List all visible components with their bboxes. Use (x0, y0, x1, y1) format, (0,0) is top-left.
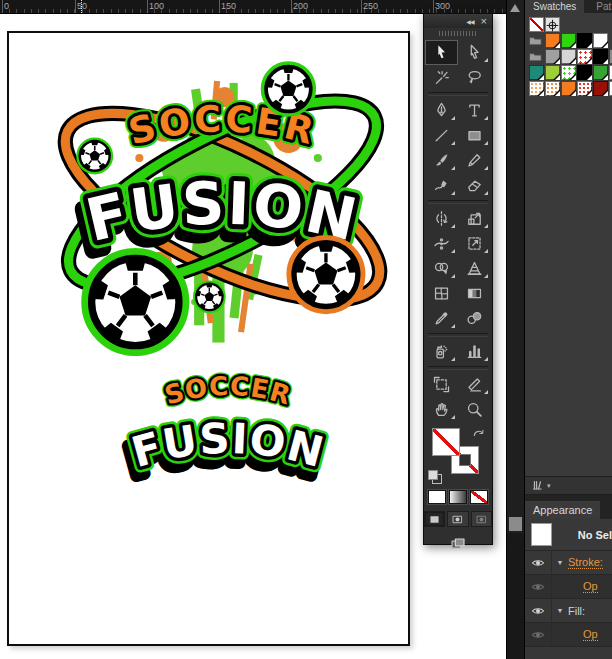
tool-eraser[interactable] (458, 173, 491, 198)
tool-rectangle[interactable] (458, 123, 491, 148)
soccer-ball-bottom-left (85, 252, 185, 352)
pattern-swatch[interactable] (577, 81, 592, 96)
color-swatch[interactable] (529, 65, 544, 80)
appearance-row-op[interactable]: Op (525, 575, 612, 599)
ruler-major-tick (75, 0, 76, 13)
tool-direct-selection[interactable] (458, 40, 491, 65)
pattern-swatch[interactable] (545, 81, 560, 96)
swatch-row (529, 65, 612, 80)
swatch-row (529, 17, 612, 32)
tab-appearance[interactable]: Appearance (525, 501, 600, 519)
tool-selection[interactable] (425, 40, 458, 65)
appearance-label[interactable]: Op (583, 580, 598, 593)
tool-zoom[interactable] (458, 397, 491, 422)
color-swatch[interactable] (577, 65, 592, 80)
tool-slice[interactable] (458, 372, 491, 397)
color-swatch[interactable] (577, 33, 592, 48)
color-swatch[interactable] (545, 49, 560, 64)
eye-dim-icon[interactable] (525, 623, 552, 646)
pattern-swatch[interactable] (561, 65, 576, 80)
tool-magic-wand[interactable] (425, 65, 458, 90)
tool-line-segment[interactable] (425, 123, 458, 148)
main-logo-artwork[interactable]: SOCCER SOCCER FUSION FUSION FUSION (42, 36, 402, 356)
swatch-group-folder-icon[interactable] (529, 49, 544, 64)
tool-hand[interactable] (425, 397, 458, 422)
color-swatch[interactable] (545, 65, 560, 80)
disclosure-triangle[interactable]: ▼ (552, 607, 568, 614)
appearance-row-stroke[interactable]: ▼Stroke: (525, 551, 612, 575)
eye-icon[interactable] (525, 551, 552, 574)
scroll-up-arrow[interactable] (510, 4, 520, 12)
tool-column-graph[interactable] (458, 339, 491, 364)
eye-dim-icon[interactable] (525, 575, 552, 598)
tool-pen[interactable] (425, 98, 458, 123)
tab-pat[interactable]: Pat (588, 0, 612, 13)
tab-swatches[interactable]: Swatches (525, 0, 584, 13)
tool-perspective-grid[interactable] (458, 256, 491, 281)
tool-scale[interactable] (458, 206, 491, 231)
none-button[interactable] (470, 490, 488, 504)
color-swatch[interactable] (545, 33, 560, 48)
tools-panel-header[interactable]: ◀◀ × (424, 14, 492, 28)
swatches-tab-bar: SwatchesPat (525, 0, 612, 13)
draw-inside-button[interactable] (471, 511, 492, 527)
horizontal-ruler[interactable]: 050100150200250300 (0, 0, 506, 14)
tool-width[interactable] (425, 231, 458, 256)
color-swatch[interactable] (561, 33, 576, 48)
swap-fill-stroke-icon[interactable] (472, 427, 486, 441)
tool-rotate[interactable] (425, 206, 458, 231)
swatch-libraries-icon[interactable] (532, 477, 545, 495)
fill-color-none-swatch[interactable] (432, 428, 460, 456)
appearance-row-op[interactable]: Op (525, 623, 612, 647)
tool-pencil[interactable] (458, 148, 491, 173)
color-swatch[interactable] (593, 49, 608, 64)
close-panel-icon[interactable]: × (481, 16, 487, 26)
secondary-logo-fusion-text: FUSION FUSION FUSION (122, 414, 329, 487)
collapse-panel-icon[interactable]: ◀◀ (466, 18, 473, 25)
tool-shape-builder[interactable] (425, 256, 458, 281)
tool-blend[interactable] (458, 306, 491, 331)
fill-stroke-controls (424, 426, 492, 488)
default-fill-stroke-icon[interactable] (428, 470, 442, 484)
tool-artboard[interactable] (425, 372, 458, 397)
appearance-row-fill[interactable]: ▼Fill: (525, 599, 612, 623)
ruler-cursor-marker (81, 0, 82, 13)
tab-br[interactable]: Br (604, 501, 612, 519)
tool-eyedropper[interactable] (425, 306, 458, 331)
pattern-swatch[interactable] (529, 81, 544, 96)
color-button[interactable] (428, 490, 446, 504)
color-swatch[interactable] (593, 33, 608, 48)
none-swatch[interactable] (529, 17, 544, 32)
tool-symbol-sprayer[interactable] (425, 339, 458, 364)
vertical-scrollbar[interactable] (506, 0, 524, 533)
ruler-label: 200 (293, 0, 308, 12)
tool-type[interactable] (458, 98, 491, 123)
appearance-label[interactable]: Op (583, 628, 598, 641)
gradient-button[interactable] (449, 490, 467, 504)
tool-lasso[interactable] (458, 65, 491, 90)
tool-free-transform[interactable] (458, 231, 491, 256)
swatch-group-folder-icon[interactable] (529, 33, 544, 48)
draw-normal-button[interactable] (424, 511, 445, 527)
tool-mesh[interactable] (425, 281, 458, 306)
color-swatch[interactable] (561, 49, 576, 64)
tool-gradient[interactable] (458, 281, 491, 306)
color-type-buttons (424, 490, 492, 504)
draw-behind-button[interactable] (447, 511, 468, 527)
eye-icon[interactable] (525, 599, 552, 622)
secondary-logo-artwork[interactable]: SOCCER SOCCER FUSION FUSION FUSION (106, 355, 350, 507)
screen-mode-button[interactable] (445, 536, 471, 556)
disclosure-triangle[interactable]: ▼ (552, 559, 568, 566)
appearance-label[interactable]: Stroke: (568, 556, 603, 569)
color-swatch[interactable] (593, 81, 608, 96)
tool-paintbrush[interactable] (425, 148, 458, 173)
scrollbar-thumb[interactable] (509, 517, 522, 531)
no-selection-row[interactable]: No Sel (525, 519, 612, 551)
panel-drag-grip[interactable] (424, 28, 492, 39)
color-swatch[interactable] (561, 81, 576, 96)
caret-down-icon[interactable]: ▾ (547, 482, 551, 490)
pattern-swatch[interactable] (577, 49, 592, 64)
color-swatch[interactable] (593, 65, 608, 80)
tool-shaper[interactable] (425, 173, 458, 198)
registration-swatch[interactable] (545, 17, 560, 32)
